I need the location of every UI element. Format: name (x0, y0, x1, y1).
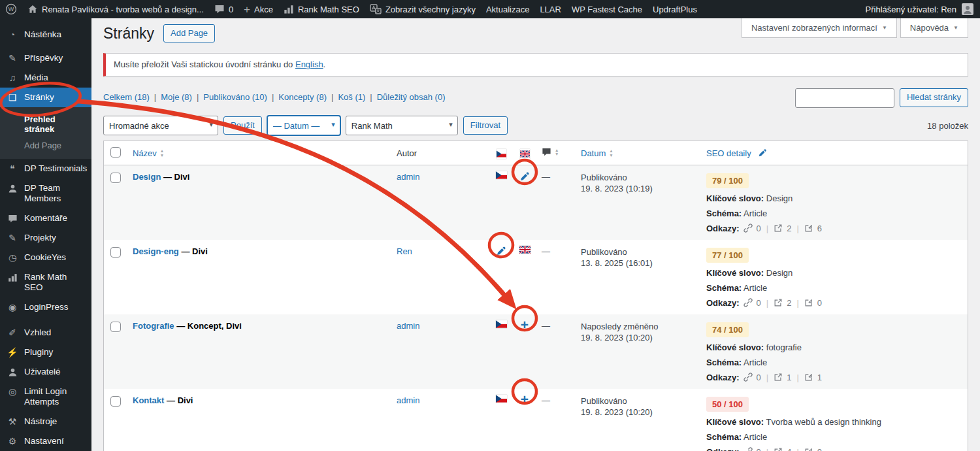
admin-bar-item-label: Aktualizace (486, 5, 529, 14)
sidebar-item-nastaven-[interactable]: ⚙ Nastavení (0, 431, 91, 451)
date-filter-select[interactable]: — Datum — (267, 116, 340, 135)
table-header-row: Název▲▼ Autor ▲▼ Datum▲▼ SEO detaily (104, 141, 968, 165)
sidebar-submenu-item[interactable]: Přehled stránek (0, 111, 91, 137)
page-title-link[interactable]: Design-eng (133, 246, 179, 256)
sidebar-item-dp-team-members[interactable]: DP Team Members (0, 178, 91, 209)
comments-value: — (542, 321, 550, 331)
edit-translation-pencil-icon[interactable] (496, 246, 506, 256)
admin-bar-item[interactable]: WP Fastest Cache (566, 0, 647, 18)
czech-flag-icon[interactable] (496, 171, 507, 181)
czech-flag-icon[interactable] (496, 395, 507, 405)
row-checkbox[interactable] (110, 322, 121, 332)
sidebar-item-limit-login-attempts[interactable]: ◎ Limit Login Attempts (0, 382, 91, 412)
add-page-button[interactable]: Add Page (163, 24, 215, 43)
page-title-link[interactable]: Fotografie (133, 321, 174, 331)
row-checkbox[interactable] (110, 396, 121, 407)
plus-icon: + (244, 4, 250, 15)
search-box: Hledat stránky (795, 88, 968, 108)
search-pages-button[interactable]: Hledat stránky (900, 88, 968, 107)
admin-bar-item-label: Renata Pavlíková - tvorba webů a design.… (42, 5, 204, 14)
admin-bar-item[interactable]: LLAR (534, 0, 566, 18)
link-count: 6 (817, 224, 822, 233)
row-checkbox[interactable] (110, 173, 121, 183)
seo-schema-label: Schéma: (706, 432, 742, 442)
internal-link-icon (804, 298, 813, 308)
help-tab[interactable]: Nápověda ▼ (900, 18, 968, 38)
sidebar-item-pluginy[interactable]: ⚡ Pluginy (0, 342, 91, 362)
sidebar-item-p-sp-vky[interactable]: ✎ Příspěvky (0, 48, 91, 68)
admin-bar-item[interactable]: + Akce (238, 0, 278, 18)
main-content: Nastavení zobrazených informací ▼ Nápově… (91, 18, 980, 451)
seo-keyword-label: Klíčové slovo: (706, 193, 764, 203)
author-link[interactable]: admin (397, 395, 419, 405)
sidebar-item-vzhled[interactable]: ✐ Vzhled (0, 323, 91, 342)
comments-value: — (542, 246, 550, 256)
admin-bar-item[interactable]: Aktualizace (481, 0, 534, 18)
lang-cell-czech (489, 165, 513, 241)
seo-details-header[interactable]: SEO detaily (706, 148, 767, 158)
apply-button[interactable]: Použít (223, 116, 262, 135)
sidebar-item-projekty[interactable]: ✎ Projekty (0, 228, 91, 248)
sidebar-item-n-stroje[interactable]: ⚒ Nástroje (0, 412, 91, 431)
sidebar-item-str-nky[interactable]: ❏ Stránky (0, 88, 91, 107)
notice-english-link[interactable]: English (295, 59, 323, 69)
sidebar-item-cookieyes[interactable]: ◷ CookieYes (0, 248, 91, 267)
admin-bar-item[interactable]: 0 (209, 0, 238, 18)
rank-math-filter-select[interactable]: Rank Math (346, 116, 458, 135)
uk-flag-icon[interactable] (519, 246, 531, 256)
filter-button[interactable]: Filtrovat (463, 116, 508, 135)
sidebar-submenu-item[interactable]: Add Page (0, 137, 91, 154)
svg-text:W: W (8, 6, 14, 12)
cookie-icon: ◷ (7, 252, 18, 263)
seo-keyword-value: Tvorba webů a design thinking (766, 417, 881, 427)
seo-schema-label: Schéma: (706, 209, 742, 218)
page-title-link[interactable]: Design (133, 172, 161, 182)
admin-bar-item[interactable]: Zobrazit všechny jazyky (365, 0, 481, 18)
seo-schema-label: Schéma: (706, 358, 742, 367)
seo-keyword-value: Design (766, 193, 792, 203)
sort-by-comments[interactable]: ▲▼ (542, 147, 559, 157)
admin-bar-user[interactable]: Přihlášený uživatel: Ren (866, 3, 980, 15)
brush-icon: ✐ (7, 327, 18, 338)
search-input[interactable] (795, 88, 894, 108)
home-icon (27, 4, 38, 14)
author-link[interactable]: admin (397, 321, 419, 331)
sidebar-item-rank-math-seo[interactable]: Rank Math SEO (0, 267, 91, 297)
admin-bar-item[interactable]: UpdraftPlus (647, 0, 702, 18)
admin-bar-item-label: LLAR (540, 5, 561, 14)
status-filter: Publikováno (10) (203, 92, 278, 102)
author-link[interactable]: Ren (397, 246, 412, 256)
admin-bar-item[interactable]: Renata Pavlíková - tvorba webů a design.… (22, 0, 209, 18)
sidebar-item-loginpress[interactable]: ◉ LoginPress (0, 297, 91, 317)
admin-bar-item[interactable]: W (0, 0, 22, 18)
screen-options-tab[interactable]: Nastavení zobrazených informací ▼ (742, 18, 897, 38)
shield-icon: ◎ (7, 386, 18, 397)
sidebar-item-label: Příspěvky (24, 53, 63, 63)
sidebar-item-n-st-nka[interactable]: ◔ Nástěnka (0, 25, 91, 44)
row-checkbox[interactable] (110, 247, 121, 258)
comments-value: — (542, 395, 550, 405)
admin-bar-item-label: Akce (254, 5, 273, 14)
page-title-link[interactable]: Kontakt (133, 395, 164, 405)
pages-table: Název▲▼ Autor ▲▼ Datum▲▼ SEO detaily Des… (103, 141, 968, 451)
add-translation-plus-icon[interactable]: + (521, 395, 529, 404)
lang-cell-english: + (513, 389, 536, 451)
seo-schema-value: Article (743, 283, 767, 293)
add-translation-plus-icon[interactable]: + (521, 320, 529, 329)
edit-translation-pencil-icon[interactable] (519, 171, 530, 182)
bulk-action-select[interactable]: Hromadné akce (103, 116, 218, 135)
sidebar-item-dp-testimonials[interactable]: ❝ DP Testimonials (0, 159, 91, 178)
sort-by-date[interactable]: Datum▲▼ (581, 148, 613, 158)
lang-cell-english (513, 165, 536, 241)
author-link[interactable]: admin (397, 172, 419, 182)
select-all-checkbox[interactable] (110, 147, 121, 158)
filter-label: Koš (338, 92, 352, 102)
sidebar-item-u-ivatel-[interactable]: Uživatelé (0, 362, 91, 382)
sidebar-item-koment-e[interactable]: Komentáře (0, 209, 91, 228)
sidebar-item-m-dia[interactable]: ♫ Média (0, 68, 91, 88)
sort-by-title[interactable]: Název▲▼ (133, 148, 164, 158)
notice-text: Musíte přeložit Vaši statickou úvodní st… (114, 59, 293, 69)
admin-bar-item[interactable]: Rank Math SEO (278, 0, 365, 18)
czech-flag-icon[interactable] (496, 320, 507, 330)
czech-flag-icon (497, 149, 506, 159)
